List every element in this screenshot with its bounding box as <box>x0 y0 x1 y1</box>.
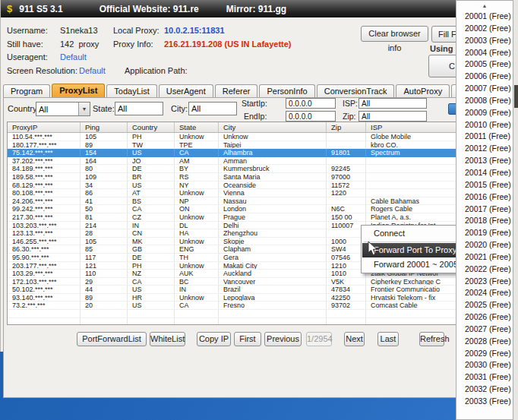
port-menu-item[interactable]: 20023 (Free) <box>456 276 513 288</box>
proxy-table-row[interactable]: 180.177.***.***89TWTPETaipeikbro CO. <box>8 141 509 150</box>
port-menu-item[interactable]: 20013 (Free) <box>456 155 513 167</box>
proxy-table-row[interactable]: 80.108.***.***86ATUnknowVienna1220 <box>8 189 509 197</box>
port-menu-item[interactable]: 20029 (Free) <box>456 348 513 360</box>
port-menu-item[interactable]: 20006 (Free) <box>456 71 513 83</box>
first-button[interactable]: First <box>234 332 261 346</box>
last-button[interactable]: Last <box>377 332 399 346</box>
portforwardlist-button[interactable]: PortForwardList <box>77 332 147 346</box>
port-menu-item[interactable]: 20024 (Free) <box>456 287 513 299</box>
cell: NY <box>175 182 219 190</box>
tab-proxylist[interactable]: ProxyList <box>52 84 105 98</box>
next-button[interactable]: Next <box>344 332 365 346</box>
port-menu-item[interactable]: 20009 (Free) <box>456 107 513 119</box>
city-filter-label: City: <box>171 104 188 113</box>
port-menu-item[interactable]: 20028 (Free) <box>456 336 513 348</box>
column-header-state[interactable]: State <box>175 122 219 132</box>
port-menu-item[interactable]: 20025 (Free) <box>456 299 513 311</box>
cell: 84.189.***.*** <box>8 165 81 173</box>
port-menu-item[interactable]: 20016 (Free) <box>456 191 513 204</box>
port-menu-item[interactable]: 20005 (Free) <box>456 58 513 71</box>
proxy-table-row[interactable]: 24.206.***.***41BSNPNassauCable Bahamas <box>8 197 509 206</box>
clear-browser-info-button[interactable]: Clear browser info <box>361 26 428 42</box>
still-have-label: Still have: <box>7 39 43 49</box>
proxy-table-row[interactable]: 50.102.***.***44USINBrazil47834Frontier … <box>8 286 509 294</box>
menu-item-label: Forward Port To Proxy <box>374 243 456 257</box>
proxy-table-row[interactable]: 217.30.***.***81CZUnknowPrague150 00Plan… <box>8 213 509 222</box>
port-menu-item[interactable]: 20002 (Free) <box>456 23 513 35</box>
port-menu-item[interactable]: 20010 (Free) <box>456 119 513 131</box>
port-menu-item[interactable]: 20032 (Free) <box>456 384 513 396</box>
port-menu-item[interactable]: 20021 (Free) <box>456 251 513 264</box>
column-header-zip[interactable]: Zip <box>327 122 366 132</box>
cell: Delhi <box>219 222 327 230</box>
port-menu-item[interactable]: 20004 (Free) <box>456 47 513 59</box>
proxy-table-row[interactable]: 73.2.***.***20USCAFresno93702Comcast Cab… <box>8 302 509 310</box>
port-menu-item[interactable]: 20015 (Free) <box>456 179 513 191</box>
country-select[interactable]: All ▼ <box>36 102 90 116</box>
endip-input[interactable] <box>286 111 336 122</box>
port-menu-item[interactable]: 20026 (Free) <box>456 311 513 324</box>
port-menu-item[interactable]: 20003 (Free) <box>456 35 513 47</box>
refresh-button[interactable]: Refresh <box>419 332 444 346</box>
proxy-table-row[interactable] <box>8 310 509 318</box>
proxy-table-row[interactable]: 75.142.***.***154USCAAlhambra91801Spectr… <box>8 149 509 157</box>
port-menu-item[interactable]: 20020 (Free) <box>456 239 513 251</box>
useragent-value[interactable]: Default <box>60 52 87 62</box>
column-header-ping[interactable]: Ping <box>81 122 128 132</box>
cell: 150 00 <box>327 213 366 222</box>
port-menu-item[interactable]: 20007 (Free) <box>456 83 513 95</box>
cell <box>327 318 366 325</box>
port-menu-item[interactable]: 20019 (Free) <box>456 227 513 239</box>
zip-input[interactable] <box>358 111 427 122</box>
cell: 81 <box>81 213 128 222</box>
column-header-country[interactable]: Country <box>128 122 175 132</box>
tab-program[interactable]: Program <box>3 84 50 98</box>
proxy-table-row[interactable]: 37.202.***.***164JOAMAmman <box>8 157 509 166</box>
isp-input[interactable] <box>358 98 427 109</box>
proxy-table-row[interactable]: 189.58.***.***109BRRSSanta Maria97000 <box>8 173 509 182</box>
tab-useragent[interactable]: UserAgent <box>159 84 213 98</box>
column-header-proxyip[interactable]: ProxyIP <box>8 122 81 132</box>
tab-personinfo[interactable]: PersonInfo <box>259 84 314 98</box>
tab-referer[interactable]: Referer <box>215 84 258 98</box>
desktop: { "titlebar": { "icon": "$", "title": "9… <box>0 0 518 420</box>
menu-item-connect[interactable]: Connect <box>362 226 458 241</box>
cell: MK <box>128 238 175 246</box>
port-menu-item[interactable]: 20030 (Free) <box>456 359 513 371</box>
previous-button[interactable]: Previous <box>264 332 302 346</box>
port-menu-item[interactable]: 20012 (Free) <box>456 143 513 155</box>
whitelist-button[interactable]: WhiteList <box>150 332 185 346</box>
state-input[interactable] <box>115 102 163 115</box>
chevron-down-icon[interactable]: ▼ <box>78 103 90 115</box>
proxy-table-row[interactable]: 93.140.***.***89HRUnknowLepoglava42250Hr… <box>8 294 509 302</box>
cell: V5K <box>327 278 366 286</box>
proxy-table-row[interactable] <box>8 318 509 325</box>
startip-input[interactable] <box>286 98 336 109</box>
proxy-table-row[interactable]: 84.189.***.***80DEBYKummersbruck92245 <box>8 165 509 173</box>
port-menu-item[interactable]: 20018 (Free) <box>456 215 513 227</box>
tab-todaylist[interactable]: TodayList <box>106 84 156 98</box>
port-menu-item[interactable]: 20001 (Free) <box>456 11 513 23</box>
proxy-table-row[interactable]: 172.103.***.***29CABCVancouverV5KCipherk… <box>8 278 509 286</box>
port-menu-item[interactable]: 20033 (Free) <box>456 396 513 408</box>
tab-autoproxy[interactable]: AutoProxy <box>396 84 450 98</box>
port-menu-item[interactable]: 20011 (Free) <box>456 131 513 143</box>
screen-resolution-value[interactable]: Default <box>79 66 106 75</box>
proxy-table-row[interactable]: 99.242.***.***50CAONLondonN6CRogers Cabl… <box>8 205 509 213</box>
copy-ip-button[interactable]: Copy IP <box>197 332 231 346</box>
cell: 154 <box>81 149 128 157</box>
city-input[interactable] <box>188 102 237 115</box>
port-menu-item[interactable]: 20017 (Free) <box>456 204 513 216</box>
proxy-table-row[interactable]: 110.54.***.***105PHUnknowUnknowGlobe Mob… <box>8 133 509 141</box>
proxy-table-row[interactable]: 68.129.***.***34USNYOceanside11572 <box>8 182 509 190</box>
port-menu-item[interactable]: 20008 (Free) <box>456 95 513 107</box>
column-header-city[interactable]: City <box>219 122 327 132</box>
scroll-up-icon[interactable]: ▲ <box>456 1 513 11</box>
port-menu-item[interactable]: 20014 (Free) <box>456 167 513 179</box>
screen-resolution-label: Screen Resolution: <box>7 66 77 75</box>
cell <box>81 318 128 325</box>
port-menu-item[interactable]: 20027 (Free) <box>456 324 513 336</box>
tab-conversiontrack[interactable]: ConversionTrack <box>317 84 395 98</box>
port-menu-item[interactable]: 20022 (Free) <box>456 264 513 276</box>
port-menu-item[interactable]: 20031 (Free) <box>456 371 513 384</box>
